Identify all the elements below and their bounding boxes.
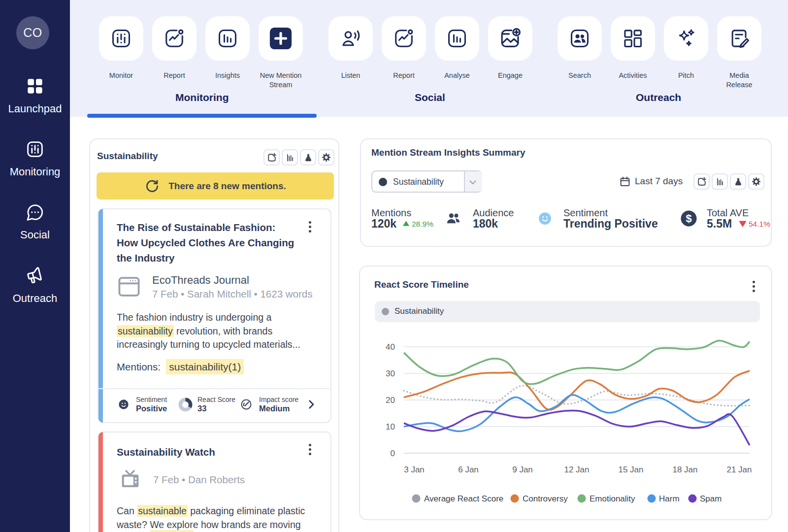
svg-text:21 Jan: 21 Jan (726, 465, 752, 474)
svg-text:$: $ (686, 212, 691, 225)
svg-text:30: 30 (386, 369, 395, 378)
svg-text:12 Jan: 12 Jan (564, 465, 589, 474)
svg-text:6 Jan: 6 Jan (458, 465, 479, 474)
svg-text:40: 40 (386, 342, 395, 352)
svg-text:18 Jan: 18 Jan (672, 465, 697, 474)
svg-text:Controversy: Controversy (523, 494, 568, 503)
svg-text:Average React Score: Average React Score (424, 494, 503, 503)
svg-text:Spam: Spam (700, 494, 722, 503)
svg-text:15 Jan: 15 Jan (618, 465, 643, 474)
svg-text:9 Jan: 9 Jan (512, 465, 533, 474)
svg-text:Emotionality: Emotionality (590, 494, 635, 503)
svg-text:20: 20 (386, 396, 395, 405)
svg-text:3 Jan: 3 Jan (404, 465, 425, 474)
svg-text:Harm: Harm (659, 494, 680, 503)
svg-text:0: 0 (391, 449, 395, 458)
svg-text:10: 10 (386, 422, 395, 432)
